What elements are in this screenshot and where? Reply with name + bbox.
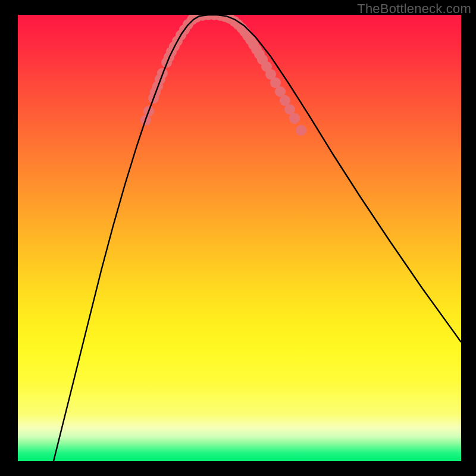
bottleneck-curve [54,15,461,461]
data-marker [289,113,300,124]
plot-area [18,15,461,461]
marker-group [140,15,306,136]
chart-frame: TheBottleneck.com [0,0,476,476]
watermark-text: TheBottleneck.com [357,1,471,17]
curve-layer [18,15,461,461]
data-marker [296,125,306,136]
